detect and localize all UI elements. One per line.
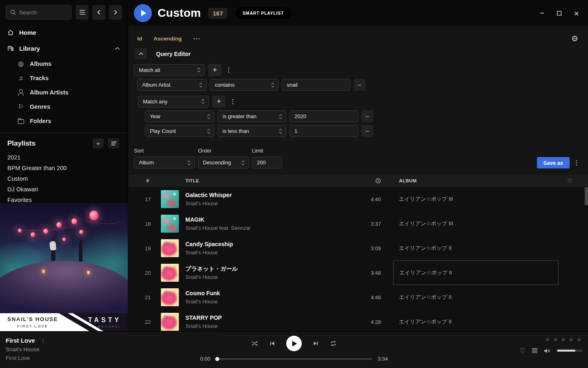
next-track-button[interactable]: [313, 341, 319, 346]
star-icon[interactable]: ★: [544, 337, 550, 343]
track-album[interactable]: エイリアン☆ポップ III: [393, 187, 559, 211]
playlist-item[interactable]: 2021: [0, 152, 127, 163]
playlist-item[interactable]: Custom: [0, 173, 127, 184]
add-rule-button[interactable]: +: [208, 64, 221, 76]
group-kebab-button[interactable]: ⋮: [229, 98, 236, 105]
rule-value-input[interactable]: [282, 79, 350, 91]
sort-field-button[interactable]: Id: [137, 36, 142, 42]
rule-value-input[interactable]: [290, 125, 358, 137]
track-album[interactable]: エイリアン☆ポップ II: [393, 285, 559, 310]
search-input[interactable]: [19, 9, 67, 16]
track-row[interactable]: 21 Cosmo Funk Snail’s House 4:48 エイリアン☆ポ…: [128, 285, 588, 310]
track-artist: Snail’s House: [185, 200, 350, 207]
track-album[interactable]: エイリアン☆ポップ II: [393, 236, 559, 260]
sidebar-library-item[interactable]: Folders: [0, 114, 127, 128]
album-column-header[interactable]: ALBUM: [393, 178, 559, 183]
total-time: 3:34: [378, 356, 388, 362]
album-art-figure: [78, 240, 84, 264]
playlist-item[interactable]: DJ Okawari: [0, 184, 127, 195]
favorite-column-heart-icon[interactable]: ♡: [568, 177, 573, 184]
sidebar-library-item[interactable]: Albums: [0, 56, 127, 71]
maximize-button[interactable]: [557, 11, 562, 16]
field-select[interactable]: Year: [145, 110, 214, 122]
track-row[interactable]: 19 Candy Spaceship Snail’s House 3:09 エイ…: [128, 236, 588, 260]
main-panel: Custom 167 SMART PLAYLIST − × Id Ascendi…: [128, 0, 588, 331]
gear-icon[interactable]: ⚙: [571, 34, 578, 43]
save-kebab-button[interactable]: ⋮: [573, 157, 580, 168]
track-row[interactable]: 17 Galactic Whisper Snail’s House 4:40 エ…: [128, 187, 588, 211]
operator-select[interactable]: contains: [210, 79, 278, 91]
index-column-header[interactable]: #: [135, 178, 161, 183]
track-album[interactable]: エイリアン☆ポップ II: [393, 260, 559, 285]
field-select[interactable]: Album Artist: [137, 79, 207, 91]
star-icon[interactable]: ★: [568, 337, 574, 343]
chevron-up-icon[interactable]: [115, 47, 120, 50]
add-rule-button[interactable]: +: [212, 95, 225, 108]
volume-slider[interactable]: [557, 350, 582, 352]
duration-clock-icon[interactable]: [375, 178, 381, 184]
track-album[interactable]: エイリアン☆ポップ II: [393, 310, 559, 331]
limit-input[interactable]: [252, 157, 282, 168]
repeat-button[interactable]: [330, 341, 337, 346]
sidebar: Home Library Albums Tracks Album Artists…: [0, 0, 128, 331]
match-select[interactable]: Match any: [138, 96, 209, 108]
flag-icon: [17, 103, 24, 110]
track-title: Candy Spaceship: [185, 240, 350, 248]
play-playlist-button[interactable]: [134, 4, 152, 22]
playlist-item-label: BPM Greater than 200: [7, 165, 67, 171]
menu-button[interactable]: [76, 5, 89, 20]
add-playlist-button[interactable]: +: [93, 138, 104, 148]
previous-track-button[interactable]: [269, 341, 275, 346]
sort-direction-button[interactable]: Ascending: [154, 36, 182, 42]
volume-icon[interactable]: [544, 348, 551, 354]
track-row[interactable]: 18 MAGIK Snail’s House feat. Sennzai 3:3…: [128, 211, 588, 236]
field-select[interactable]: Play Count: [145, 125, 214, 137]
operator-select[interactable]: is greater than: [218, 110, 286, 122]
play-pause-button[interactable]: [286, 336, 302, 351]
table-scrollbar-thumb[interactable]: [585, 187, 588, 205]
more-options-button[interactable]: ···: [193, 35, 200, 42]
track-row[interactable]: 22 STARRY POP Snail’s House 4:28 エイリアン☆ポ…: [128, 310, 588, 331]
title-column-header[interactable]: TITLE: [185, 178, 356, 183]
sidebar-library-item[interactable]: Album Artists: [0, 85, 127, 99]
sidebar-item-home[interactable]: Home: [0, 25, 127, 40]
favorite-heart-button[interactable]: ♡: [520, 347, 526, 355]
playlist-item[interactable]: BPM Greater than 200: [0, 163, 127, 173]
query-order-select[interactable]: Descending: [198, 157, 249, 168]
remove-rule-button[interactable]: −: [361, 110, 373, 122]
queue-button[interactable]: [532, 348, 538, 353]
forward-button[interactable]: [109, 5, 122, 20]
sidebar-library-item[interactable]: Genres: [0, 99, 127, 114]
sidebar-item-library[interactable]: Library: [0, 40, 127, 56]
rule-value-input[interactable]: [290, 110, 358, 122]
group-kebab-button[interactable]: ⋮: [225, 66, 232, 74]
minimize-button[interactable]: −: [540, 9, 544, 17]
now-playing-kebab-button[interactable]: ⋮: [40, 337, 46, 343]
seek-bar[interactable]: [216, 358, 372, 360]
lantern: [18, 229, 22, 233]
star-icon[interactable]: ★: [576, 337, 582, 343]
match-select[interactable]: Match all: [134, 64, 205, 76]
collapse-query-editor-button[interactable]: [135, 48, 147, 59]
star-icon[interactable]: ★: [560, 337, 566, 343]
save-as-button[interactable]: Save as: [537, 157, 570, 168]
search-box[interactable]: [6, 5, 72, 20]
operator-select[interactable]: is less than: [218, 125, 286, 137]
back-button[interactable]: [92, 5, 105, 20]
star-icon[interactable]: ★: [552, 337, 559, 343]
track-title: Galactic Whisper: [185, 191, 350, 199]
playlist-menu-button[interactable]: [108, 138, 119, 148]
remove-rule-button[interactable]: −: [361, 125, 373, 137]
remove-rule-button[interactable]: −: [354, 79, 365, 91]
sidebar-library-item[interactable]: Tracks: [0, 71, 127, 85]
select-chevrons-icon: [201, 99, 205, 104]
rating-stars[interactable]: ★ ★ ★ ★ ★: [544, 337, 582, 343]
seek-handle[interactable]: [215, 357, 219, 361]
close-button[interactable]: ×: [574, 9, 579, 18]
track-artist: Snail’s House: [185, 249, 350, 256]
player-bar: First Love ⋮ Snail’s House First Love 0:…: [0, 331, 588, 368]
track-row[interactable]: 20 プラネット・ガール Snail’s House 3:48 エイリアン☆ポッ…: [128, 260, 588, 285]
query-sort-select[interactable]: Album: [134, 157, 195, 168]
track-album[interactable]: エイリアン☆ポップ III: [393, 211, 559, 236]
shuffle-button[interactable]: [251, 340, 258, 347]
